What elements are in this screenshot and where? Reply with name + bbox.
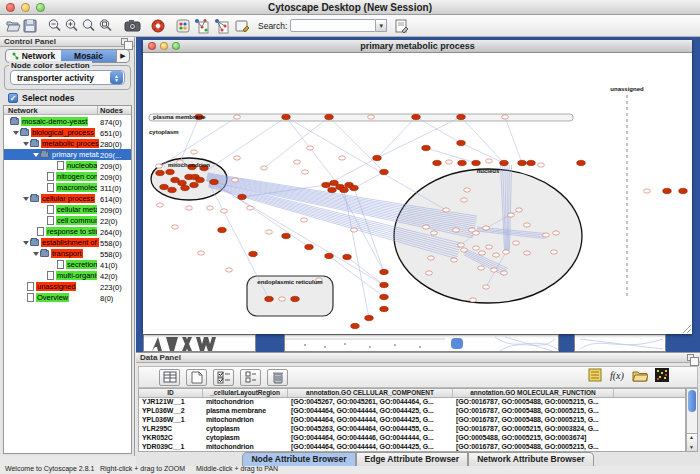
network-node[interactable] <box>464 188 471 192</box>
network-node[interactable] <box>446 160 453 164</box>
network-node[interactable] <box>168 187 177 192</box>
network-node[interactable] <box>501 271 508 275</box>
network-node[interactable] <box>307 146 314 150</box>
network-node[interactable] <box>508 213 515 217</box>
network-node[interactable] <box>247 206 254 210</box>
tree-row-metabolic-process[interactable]: metabolic process280(0) <box>4 138 131 149</box>
network-node[interactable] <box>538 163 545 167</box>
network-node[interactable] <box>282 114 291 119</box>
network-node[interactable] <box>503 250 510 254</box>
layout-b-icon[interactable] <box>213 17 230 35</box>
network-node[interactable] <box>279 297 286 301</box>
network-node[interactable] <box>457 114 466 119</box>
column-header-3[interactable]: annotation.GO MOLECULAR_FUNCTION <box>453 389 614 397</box>
scrollbar-arrows[interactable] <box>687 433 697 451</box>
network-node[interactable] <box>473 231 480 235</box>
table-scrollbar[interactable] <box>686 388 698 452</box>
network-node[interactable] <box>516 208 523 212</box>
search-dropdown-button[interactable]: ▼ <box>376 19 387 32</box>
background-window-2[interactable] <box>284 334 559 352</box>
network-node[interactable] <box>343 254 352 259</box>
column-header-0[interactable]: ID <box>139 389 203 397</box>
zoom-out-icon[interactable] <box>46 17 63 35</box>
network-node[interactable] <box>493 253 500 257</box>
network-node[interactable] <box>380 294 389 299</box>
expand-triangle-icon[interactable] <box>23 142 29 146</box>
network-node[interactable] <box>265 296 274 301</box>
table-row[interactable]: YJR121W__1mitochondrion[GO:0045267, GO:0… <box>139 398 685 407</box>
network-node[interactable] <box>380 306 389 311</box>
network-node[interactable] <box>433 160 442 165</box>
network-node[interactable] <box>461 248 468 252</box>
tree-row-secretion[interactable]: secretion41(0) <box>4 259 131 270</box>
network-node[interactable] <box>234 115 241 119</box>
network-node[interactable] <box>423 225 430 229</box>
network-node[interactable] <box>266 230 273 234</box>
open-icon[interactable] <box>4 17 21 35</box>
network-node[interactable] <box>443 208 450 212</box>
select-nodes-checkbox[interactable]: ✓ <box>8 93 18 103</box>
new-attribute-button[interactable] <box>186 369 207 386</box>
network-node[interactable] <box>478 266 485 270</box>
network-node[interactable] <box>524 251 531 255</box>
network-node[interactable] <box>186 206 193 210</box>
annotation-icon[interactable] <box>233 17 250 35</box>
table-row[interactable]: YLR295Ccytoplasm[GO:0045263, GO:0044464,… <box>139 425 685 434</box>
network-node[interactable] <box>483 285 490 289</box>
network-node[interactable] <box>486 245 493 249</box>
tab-node-attribute-browser[interactable]: Node Attribute Browser <box>242 452 355 466</box>
network-node[interactable] <box>679 188 688 193</box>
network-node[interactable] <box>232 178 239 182</box>
network-node[interactable] <box>190 182 199 187</box>
attribute-batch-icon[interactable] <box>393 17 410 35</box>
expand-triangle-icon[interactable] <box>23 197 29 201</box>
zoom-fit-icon[interactable] <box>80 17 97 35</box>
network-node[interactable] <box>368 115 375 119</box>
network-node[interactable] <box>350 185 359 190</box>
tree-row-cellular-process[interactable]: cellular process614(0) <box>4 193 131 204</box>
network-node[interactable] <box>172 225 179 229</box>
network-node[interactable] <box>644 189 651 193</box>
layout-a-icon[interactable] <box>193 17 210 35</box>
network-node[interactable] <box>157 203 164 207</box>
float-panel-icon[interactable] <box>121 38 128 45</box>
network-canvas[interactable]: plasma membranecytoplasmmitochondrionnuc… <box>143 53 692 334</box>
network-node[interactable] <box>196 177 205 182</box>
network-node[interactable] <box>365 315 374 320</box>
network-window-titlebar[interactable]: primary metabolic process <box>143 40 692 53</box>
unselect-attributes-button[interactable] <box>240 369 261 386</box>
network-node[interactable] <box>198 251 205 255</box>
background-window-3[interactable] <box>574 334 666 352</box>
network-node[interactable] <box>470 298 477 302</box>
network-node[interactable] <box>380 169 389 174</box>
data-panel-float-icon[interactable] <box>687 354 694 361</box>
matrix-button[interactable] <box>655 368 669 386</box>
network-node[interactable] <box>483 226 490 230</box>
network-node[interactable] <box>178 180 187 185</box>
network-node[interactable] <box>166 169 175 174</box>
network-node[interactable] <box>302 170 309 174</box>
network-node[interactable] <box>577 160 586 165</box>
network-node[interactable] <box>524 223 531 227</box>
background-window-1[interactable] <box>143 334 256 352</box>
network-node[interactable] <box>181 185 190 190</box>
tabs-overflow-button[interactable]: ▶ <box>116 50 129 62</box>
column-header-2[interactable]: annotation.GO CELLULAR_COMPONENT <box>288 389 453 397</box>
network-node[interactable] <box>282 233 291 238</box>
tree-row-response-to-stimulu[interactable]: response to stimulu264(0) <box>4 226 131 237</box>
network-node[interactable] <box>234 156 241 160</box>
network-node[interactable] <box>218 227 227 232</box>
network-node[interactable] <box>457 140 466 145</box>
network-node[interactable] <box>301 218 308 222</box>
expand-triangle-icon[interactable] <box>23 241 29 245</box>
network-node[interactable] <box>221 209 228 213</box>
tree-row-macromolecule[interactable]: macromolecule311(0) <box>4 182 131 193</box>
select-attributes-button[interactable] <box>213 369 234 386</box>
network-node[interactable] <box>238 194 247 199</box>
network-view-window[interactable]: primary metabolic process plasma membran… <box>143 40 692 334</box>
network-node[interactable] <box>472 160 481 165</box>
help-icon[interactable] <box>149 17 166 35</box>
tree-row-overview[interactable]: Overview8(0) <box>4 292 131 303</box>
network-node[interactable] <box>453 228 460 232</box>
import-attributes-button[interactable] <box>632 368 648 386</box>
